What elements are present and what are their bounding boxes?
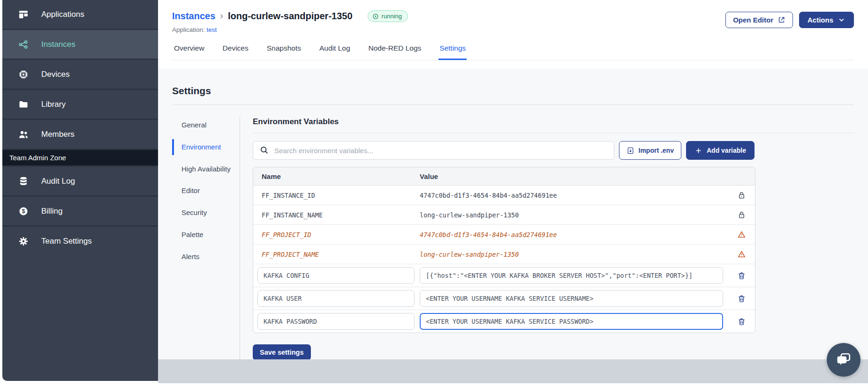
open-editor-label: Open Editor xyxy=(733,16,773,24)
table-row xyxy=(253,310,755,333)
external-link-icon xyxy=(777,16,785,24)
save-settings-button[interactable]: Save settings xyxy=(253,344,311,360)
env-name-input[interactable] xyxy=(257,313,415,330)
status-badge: running xyxy=(368,10,408,22)
settings-nav-editor[interactable]: Editor xyxy=(172,183,234,199)
env-toolbar: Import .env Add variable xyxy=(253,141,755,160)
settings-nav-palette[interactable]: Palette xyxy=(172,227,234,243)
settings-content: Settings General Environment High Availa… xyxy=(158,68,868,359)
sidebar-item-members[interactable]: Members xyxy=(2,119,158,149)
env-var-value: long-curlew-sandpiper-1350 xyxy=(420,251,728,258)
table-row: FF_PROJECT_NAME long-curlew-sandpiper-13… xyxy=(253,245,755,264)
import-env-button[interactable]: Import .env xyxy=(619,141,681,160)
svg-text:$: $ xyxy=(22,208,25,215)
column-header-name: Name xyxy=(253,172,420,180)
env-name-input[interactable] xyxy=(257,290,415,307)
delete-variable-button[interactable] xyxy=(728,294,755,303)
open-editor-button[interactable]: Open Editor xyxy=(725,12,793,28)
import-env-label: Import .env xyxy=(639,147,674,154)
env-value-input-focused[interactable] xyxy=(420,313,723,330)
lock-icon xyxy=(737,191,746,200)
sidebar-item-label: Audit Log xyxy=(41,177,75,186)
sidebar-item-label: Instances xyxy=(41,40,75,49)
sidebar-item-label: Team Settings xyxy=(41,237,92,246)
page-title: Settings xyxy=(172,85,854,97)
env-var-name: FF_PROJECT_NAME xyxy=(253,251,420,258)
sidebar-item-instances[interactable]: Instances xyxy=(2,29,158,59)
import-document-icon xyxy=(626,147,634,155)
instance-tabs: Overview Devices Snapshots Audit Log Nod… xyxy=(172,41,854,60)
header-actions: Open Editor Actions xyxy=(725,12,854,28)
billing-dollar-icon: $ xyxy=(18,206,29,217)
sidebar-item-applications[interactable]: Applications xyxy=(2,0,158,29)
breadcrumb-instances-link[interactable]: Instances xyxy=(172,11,215,22)
search-input[interactable] xyxy=(253,141,614,160)
env-value-input[interactable] xyxy=(420,267,723,284)
status-label: running xyxy=(382,13,402,20)
env-variables-table: Name Value FF_INSTANCE_ID 4747c0bd-d1f3-… xyxy=(253,167,755,333)
gear-icon xyxy=(18,236,29,247)
actions-button[interactable]: Actions xyxy=(799,12,854,28)
env-var-value: long-curlew-sandpiper-1350 xyxy=(420,211,728,219)
chevron-down-icon xyxy=(838,16,845,24)
env-value-input[interactable] xyxy=(420,290,723,307)
applications-icon xyxy=(18,9,29,20)
sidebar-item-billing[interactable]: $ Billing xyxy=(2,195,158,225)
tab-overview[interactable]: Overview xyxy=(173,41,205,60)
settings-nav-security[interactable]: Security xyxy=(172,205,234,221)
sidebar-item-label: Applications xyxy=(41,10,84,19)
footer-band xyxy=(158,359,868,383)
table-row xyxy=(253,287,755,310)
add-variable-button[interactable]: Add variable xyxy=(686,141,755,160)
chat-widget-button[interactable] xyxy=(827,343,860,377)
settings-nav: General Environment High Availability Ed… xyxy=(172,117,234,361)
settings-nav-alerts[interactable]: Alerts xyxy=(172,249,234,265)
sidebar-item-team-settings[interactable]: Team Settings xyxy=(2,225,158,255)
section-title: Environment Variables xyxy=(253,117,854,133)
sidebar-section-team-admin-zone: Team Admin Zone xyxy=(2,149,158,165)
sidebar-item-library[interactable]: Library xyxy=(2,89,158,119)
sidebar-item-label: Devices xyxy=(41,70,69,79)
sidebar-item-audit-log[interactable]: Audit Log xyxy=(2,165,158,195)
env-name-input[interactable] xyxy=(257,267,415,284)
env-var-value: 4747c0bd-d1f3-4654-84b4-aa5d274691ee xyxy=(420,192,728,199)
env-var-value: 4747c0bd-d1f3-4654-84b4-aa5d274691ee xyxy=(420,231,728,238)
actions-label: Actions xyxy=(808,16,833,24)
settings-nav-environment[interactable]: Environment xyxy=(172,139,234,155)
devices-icon xyxy=(18,69,29,80)
trash-icon xyxy=(737,317,746,326)
settings-nav-high-availability[interactable]: High Availability xyxy=(172,161,234,177)
tab-settings[interactable]: Settings xyxy=(438,41,467,60)
env-var-name: FF_INSTANCE_NAME xyxy=(253,211,420,219)
table-row xyxy=(253,264,755,287)
tab-node-red-logs[interactable]: Node-RED Logs xyxy=(368,41,423,60)
sidebar-item-devices[interactable]: Devices xyxy=(2,59,158,89)
tab-devices[interactable]: Devices xyxy=(222,41,249,60)
application-link[interactable]: test xyxy=(207,26,217,33)
settings-nav-general[interactable]: General xyxy=(172,117,234,133)
trash-icon xyxy=(737,294,746,303)
table-row: FF_INSTANCE_ID 4747c0bd-d1f3-4654-84b4-a… xyxy=(253,186,755,205)
warning-icon xyxy=(737,250,746,259)
tab-audit-log[interactable]: Audit Log xyxy=(318,41,351,60)
delete-variable-button[interactable] xyxy=(728,317,755,326)
library-folder-icon xyxy=(18,99,29,110)
sidebar-section-label: Team Admin Zone xyxy=(9,154,66,162)
table-row: FF_PROJECT_ID 4747c0bd-d1f3-4654-84b4-aa… xyxy=(253,225,755,245)
page-header: Instances › long-curlew-sandpiper-1350 r… xyxy=(158,0,868,60)
table-row: FF_INSTANCE_NAME long-curlew-sandpiper-1… xyxy=(253,205,755,225)
add-variable-label: Add variable xyxy=(707,147,746,154)
play-circle-icon xyxy=(372,13,379,20)
delete-variable-button[interactable] xyxy=(728,271,755,280)
column-header-value: Value xyxy=(420,172,728,180)
sidebar-item-label: Library xyxy=(41,100,66,109)
search-icon xyxy=(259,145,269,155)
breadcrumb-chevron-icon: › xyxy=(220,10,223,21)
tab-snapshots[interactable]: Snapshots xyxy=(266,41,302,60)
lock-icon xyxy=(737,210,746,219)
instances-icon xyxy=(18,39,29,50)
env-var-name: FF_PROJECT_ID xyxy=(253,231,420,238)
settings-divider xyxy=(172,104,854,105)
application-label: Application: xyxy=(172,26,205,33)
sidebar-item-label: Billing xyxy=(41,207,62,216)
